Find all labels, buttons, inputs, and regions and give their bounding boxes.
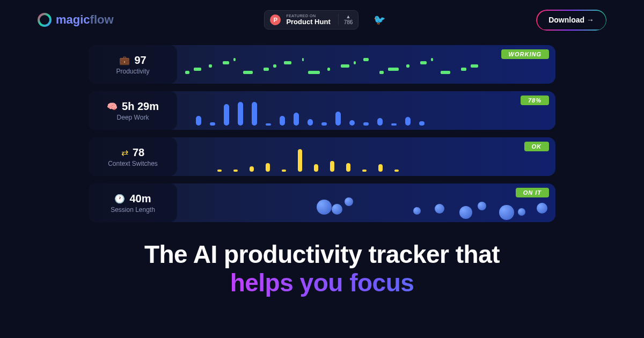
context-chart [185, 142, 549, 172]
download-label: Download → [548, 16, 594, 24]
metric-label: ⇄ 78 Context Switches [89, 137, 177, 176]
product-hunt-badge[interactable]: P FEATURED ON Product Hunt ▲ 786 [264, 10, 358, 30]
metric-name: Session Length [111, 206, 155, 214]
metric-value: 78 [133, 146, 144, 159]
clock-icon: 🕐 [114, 194, 125, 204]
deepwork-chart [185, 95, 549, 126]
status-badge: ON IT [516, 188, 549, 197]
metric-value: 5h 29m [122, 100, 159, 113]
header: magicflow P FEATURED ON Product Hunt ▲ 7… [0, 0, 644, 40]
product-hunt-icon: P [270, 14, 281, 25]
metric-label: 🧠 5h 29m Deep Work [89, 91, 177, 130]
logo-text-magic: magic [56, 13, 90, 26]
headline-line2: helps you focus [0, 269, 644, 297]
ph-count: 786 [344, 19, 353, 25]
metric-value: 40m [129, 193, 151, 205]
metric-label: 🕐 40m Session Length [89, 183, 177, 222]
logo-text-flow: flow [90, 13, 114, 26]
headline: The AI productivity tracker that helps y… [0, 240, 644, 297]
brain-icon: 🧠 [107, 101, 118, 112]
center-nav: P FEATURED ON Product Hunt ▲ 786 🐦 [264, 10, 385, 30]
status-badge: 78% [521, 95, 549, 105]
status-badge: WORKING [501, 49, 549, 59]
metric-context: ⇄ 78 Context Switches OK [89, 137, 555, 176]
upvote-icon: ▲ [346, 14, 351, 19]
metric-productivity: 💼 97 Productivity WORKING [89, 45, 555, 84]
metric-deepwork: 🧠 5h 29m Deep Work 78% [89, 91, 555, 130]
metric-name: Productivity [116, 68, 149, 75]
ph-name: Product Hunt [286, 18, 330, 26]
metric-value: 97 [134, 54, 146, 67]
logo-icon [38, 13, 52, 27]
metric-session: 🕐 40m Session Length ON IT [89, 183, 555, 222]
headline-line1: The AI productivity tracker that [0, 240, 644, 269]
download-button[interactable]: Download → [536, 10, 606, 30]
metric-name: Deep Work [117, 114, 149, 121]
logo[interactable]: magicflow [38, 13, 114, 27]
status-badge: OK [524, 142, 550, 151]
swap-icon: ⇄ [121, 148, 128, 158]
dashboard: 💼 97 Productivity WORKING 🧠 5h 29m Deep … [89, 45, 555, 222]
metric-label: 💼 97 Productivity [89, 45, 177, 84]
productivity-chart [185, 49, 549, 79]
twitter-icon[interactable]: 🐦 [374, 14, 385, 26]
metric-name: Context Switches [108, 160, 158, 167]
briefcase-icon: 💼 [119, 55, 130, 65]
